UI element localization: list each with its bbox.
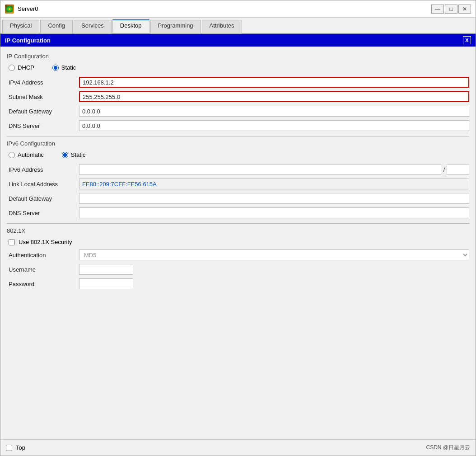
- link-local-row: Link Local Address FE80::209:7CFF:FE56:6…: [7, 178, 469, 190]
- tab-physical[interactable]: Physical: [2, 20, 39, 33]
- content-area: IP Configuration X IP Configuration DHCP…: [0, 34, 476, 439]
- ipv6-address-input[interactable]: [79, 164, 441, 175]
- password-label: Password: [7, 281, 79, 287]
- tab-desktop[interactable]: Desktop: [112, 19, 149, 33]
- app-icon: [5, 5, 14, 14]
- ipv6-section-title: IPv6 Configuration: [7, 140, 469, 147]
- close-button[interactable]: ✕: [458, 5, 471, 14]
- static-radio-label[interactable]: Static: [52, 64, 76, 71]
- ipv6-gateway-row: Default Gateway: [7, 193, 469, 204]
- dot1x-checkbox-label: Use 802.1X Security: [19, 239, 72, 245]
- ipv6-auto-radio[interactable]: [9, 152, 15, 158]
- ipv6-address-label: IPv6 Address: [7, 166, 79, 173]
- minimize-button[interactable]: —: [431, 5, 444, 14]
- tab-bar: Physical Config Services Desktop Program…: [0, 18, 476, 34]
- static-radio[interactable]: [52, 65, 59, 71]
- ipv6-dns-label: DNS Server: [7, 210, 79, 216]
- panel-body: IP Configuration DHCP Static IPv4 Addres…: [0, 47, 476, 297]
- top-label: Top: [16, 444, 25, 451]
- ipv6-gateway-input[interactable]: [79, 193, 469, 204]
- ipv6-address-row: IPv6 Address /: [7, 164, 469, 175]
- tab-programming[interactable]: Programming: [150, 20, 201, 33]
- ipv6-auto-radio-label[interactable]: Automatic: [9, 151, 44, 158]
- ipv4-address-label: IPv4 Address: [7, 79, 79, 86]
- password-input[interactable]: [79, 278, 133, 289]
- dot1x-checkbox[interactable]: [9, 239, 15, 245]
- tab-attributes[interactable]: Attributes: [202, 20, 242, 33]
- ipv4-dns-input[interactable]: [79, 120, 469, 131]
- username-row: Username: [7, 263, 469, 275]
- section-divider-1: [7, 136, 469, 136]
- ipv4-address-row: IPv4 Address: [7, 76, 469, 88]
- ipv4-address-input[interactable]: [79, 77, 469, 88]
- ipv6-gateway-label: Default Gateway: [7, 195, 79, 202]
- ipv6-mode-row: Automatic Static: [7, 151, 469, 158]
- ipv4-dns-label: DNS Server: [7, 122, 79, 129]
- tab-services[interactable]: Services: [74, 20, 112, 33]
- auth-label: Authentication: [7, 252, 79, 259]
- ipv4-dns-row: DNS Server: [7, 120, 469, 132]
- ipv4-mode-row: DHCP Static: [7, 64, 469, 71]
- ipv6-dns-input[interactable]: [79, 207, 469, 218]
- auth-select[interactable]: MD5: [79, 249, 469, 260]
- dhcp-radio-label[interactable]: DHCP: [9, 64, 34, 71]
- bottom-left: Top: [6, 444, 25, 451]
- window-title: Server0: [18, 5, 431, 12]
- ipv6-dns-row: DNS Server: [7, 207, 469, 219]
- link-local-label: Link Local Address: [7, 181, 79, 188]
- svg-point-2: [9, 8, 10, 10]
- username-label: Username: [7, 266, 79, 273]
- link-local-value: FE80::209:7CFF:FE56:615A: [79, 179, 469, 189]
- ipv6-prefix-input[interactable]: [447, 164, 469, 175]
- watermark: CSDN @日星月云: [426, 444, 470, 451]
- subnet-mask-label: Subnet Mask: [7, 94, 79, 100]
- ipv4-gateway-label: Default Gateway: [7, 108, 79, 115]
- panel-close-button[interactable]: X: [463, 36, 471, 44]
- panel-header: IP Configuration X: [0, 34, 476, 47]
- dhcp-radio[interactable]: [9, 65, 15, 71]
- ipv4-gateway-row: Default Gateway: [7, 105, 469, 117]
- password-row: Password: [7, 278, 469, 290]
- username-input[interactable]: [79, 264, 133, 275]
- title-bar: Server0 — □ ✕: [0, 0, 476, 18]
- subnet-mask-row: Subnet Mask: [7, 91, 469, 103]
- dot1x-checkbox-row: Use 802.1X Security: [7, 239, 469, 245]
- maximize-button[interactable]: □: [445, 5, 457, 14]
- tab-config[interactable]: Config: [40, 20, 73, 33]
- window-controls: — □ ✕: [431, 5, 471, 14]
- ipv6-static-radio-label[interactable]: Static: [62, 151, 86, 158]
- auth-row: Authentication MD5: [7, 249, 469, 261]
- ipv4-section-title: IP Configuration: [7, 53, 469, 60]
- ipv6-static-radio[interactable]: [62, 152, 68, 158]
- section-divider-2: [7, 223, 469, 224]
- top-checkbox[interactable]: [6, 445, 12, 451]
- app-window: Server0 — □ ✕ Physical Config Services D…: [0, 0, 476, 456]
- bottom-bar: Top CSDN @日星月云: [0, 439, 476, 456]
- subnet-mask-input[interactable]: [79, 91, 469, 102]
- ipv6-slash: /: [441, 166, 447, 173]
- ipv4-gateway-input[interactable]: [79, 106, 469, 117]
- panel-title: IP Configuration: [5, 37, 51, 44]
- dot1x-section-title: 802.1X: [7, 227, 469, 234]
